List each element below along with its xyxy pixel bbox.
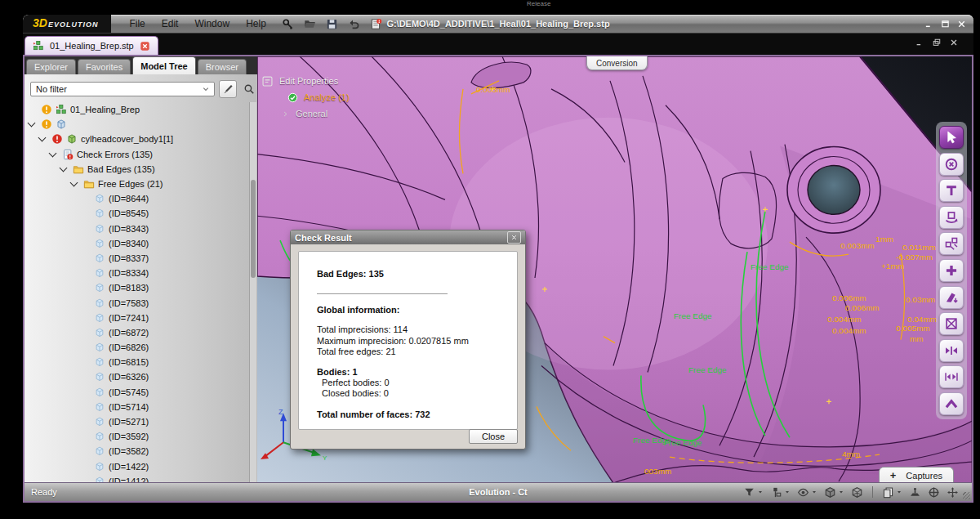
titlebar[interactable]: 3D EVOLUTION FileEditWindowHelp G:\DEMO\… [23,15,973,34]
collapse-toolbar-button[interactable] [939,392,964,415]
captures-tab[interactable]: + Captures [879,467,954,483]
license-button[interactable] [281,16,296,31]
tree-item-bad-edges-135[interactable]: Bad Edges (135) [24,162,257,177]
check-circle-icon [287,92,298,103]
menu-help[interactable]: Help [246,18,266,29]
maximize-button[interactable] [940,19,951,29]
edge-cube-icon [94,371,105,383]
delete-face-tool-button[interactable] [939,312,964,335]
tree-item-cylheadcover-body1-1[interactable]: cylheadcover_body1[1] [24,132,257,146]
dialog-close-icon[interactable] [507,231,521,244]
add-geometry-tool-button[interactable] [939,259,964,282]
probe-tool-button[interactable] [939,179,964,202]
filter-combobox[interactable]: No filter [30,82,215,96]
general-item[interactable]: General [281,105,350,122]
tree-item-id-7583[interactable]: (ID=7583) [24,295,257,310]
tree-item-id-7241[interactable]: (ID=7241) [24,311,257,325]
tree-item-label: (ID=8545) [109,208,149,218]
child-minimize-button[interactable] [915,38,924,47]
conversion-tab[interactable]: Conversion [586,56,648,70]
tree-item-id-6815[interactable]: (ID=6815) [24,355,257,369]
annotation-display-button[interactable] [770,486,791,499]
measurement-label: 0.003mm [476,85,510,94]
close-button[interactable]: Close [469,429,518,444]
expand-chevron-icon[interactable] [28,119,36,128]
measurement-label: mm [910,334,924,343]
body-cube-icon [66,133,78,145]
viewport[interactable]: Z Y 0.003mm0.003mm0.011mm-0.007mm+1mm1mm… [257,56,972,483]
tree-item-label: (ID=7241) [109,313,149,323]
tab-model-tree[interactable]: Model Tree [132,56,195,74]
child-restore-button[interactable] [932,38,942,47]
tree-item-id-8337[interactable]: (ID=8337) [24,251,257,266]
fill-surface-tool-button[interactable] [939,286,964,309]
minimize-button[interactable] [924,19,934,29]
pan-view-button[interactable] [947,486,959,499]
dialog-titlebar[interactable]: Check Result [291,230,525,244]
undo-button[interactable] [347,16,362,31]
menu-edit[interactable]: Edit [162,18,179,29]
wireframe-mode-button[interactable] [851,486,863,499]
filter-display-button[interactable] [743,486,764,499]
open-file-button[interactable] [303,16,318,31]
document-tab[interactable]: 01_Healing_Brep.stp [24,36,158,55]
expand-chevron-icon[interactable] [70,179,78,187]
tree-item-id-8343[interactable]: (ID=8343) [24,221,257,236]
tab-explorer[interactable]: Explorer [26,59,76,74]
menu-file[interactable]: File [129,18,145,29]
filter-edit-button[interactable] [219,80,237,98]
expand-chevron-icon[interactable] [49,149,57,157]
tree-item-id-6326[interactable]: (ID=6326) [24,369,257,384]
tree-item-check-errors-135[interactable]: Check Errors (135) [24,147,257,162]
tree-item-01-healing-brep[interactable]: 01_Healing_Brep [24,102,257,117]
save-file-button[interactable] [325,16,340,31]
add-capture-button[interactable]: + [890,469,897,481]
tree-item-part-node[interactable] [24,117,257,132]
tree-item-id-3582[interactable]: (ID=3582) [24,444,257,459]
tree-item-id-6826[interactable]: (ID=6826) [24,340,257,355]
search-button[interactable] [240,80,258,98]
menu-window[interactable]: Window [194,18,229,29]
expand-chevron-icon[interactable] [38,134,47,142]
analyze-item[interactable]: Analyze (1) [287,89,350,105]
tree-item-id-8644[interactable]: (ID=8644) [24,191,257,206]
join-edges-tool-button[interactable] [939,339,964,362]
tree-item-id-5745[interactable]: (ID=5745) [24,385,257,400]
tree-item-id-5714[interactable]: (ID=5714) [24,400,257,414]
close-button[interactable] [956,19,967,29]
expand-chevron-icon[interactable] [60,163,68,172]
tree-scrollbar[interactable] [249,102,256,484]
tree-item-id-8340[interactable]: (ID=8340) [24,236,257,251]
edit-properties-icon[interactable] [261,75,274,87]
edge-cube-icon-wrap [94,416,105,427]
tree-item-id-8334[interactable]: (ID=8334) [24,266,257,280]
edge-cube-icon [94,431,105,442]
move-icon [947,486,959,499]
move-bodies-tool-button[interactable] [939,232,964,255]
tree-item-id-1422[interactable]: (ID=1422) [24,459,257,474]
document-tab-close-button[interactable] [140,41,150,51]
section-plane-button[interactable] [909,486,921,499]
menu-bar: FileEditWindowHelp [129,18,265,29]
tree-item-id-3592[interactable]: (ID=3592) [24,429,257,444]
tab-browser[interactable]: Browser [198,59,247,74]
tree-item-id-6872[interactable]: (ID=6872) [24,325,257,340]
visibility-button[interactable] [797,486,817,499]
rotate-body-tool-button[interactable] [939,206,964,229]
resize-grip[interactable] [963,492,970,499]
render-mode-button[interactable] [824,486,844,499]
tree-scrollbar-thumb[interactable] [251,180,256,278]
select-tool-button[interactable] [939,126,964,149]
deselect-tool-button[interactable] [939,153,964,176]
floppy-icon [326,18,338,30]
tree-item-id-5271[interactable]: (ID=5271) [24,414,257,429]
tree-item-id-8545[interactable]: (ID=8545) [24,206,257,221]
views-button[interactable] [882,486,902,499]
session-log-button[interactable] [369,16,384,31]
tree-item-id-8183[interactable]: (ID=8183) [24,280,257,295]
center-view-button[interactable] [928,486,940,499]
tab-favorites[interactable]: Favorites [78,59,131,74]
tree-item-free-edges-21[interactable]: Free Edges (21) [24,177,257,191]
gap-tool-button[interactable] [939,365,964,388]
child-close-button[interactable] [949,38,959,47]
